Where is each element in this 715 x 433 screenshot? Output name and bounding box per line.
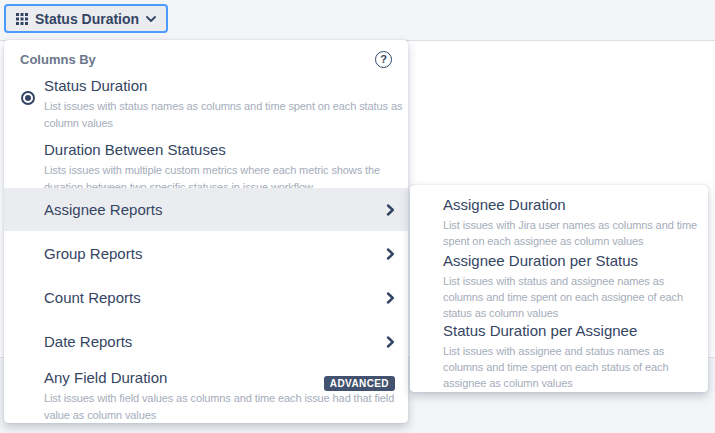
submenu-option-title: Status Duration per Assignee bbox=[443, 321, 705, 341]
submenu-option-title: Assignee Duration bbox=[443, 195, 705, 215]
trigger-button-label: Status Duration bbox=[35, 11, 139, 27]
chevron-right-icon bbox=[386, 292, 394, 304]
grid-icon bbox=[16, 13, 28, 25]
chevron-down-icon bbox=[146, 16, 156, 22]
menu-option-any-field-duration[interactable]: Any Field Duration ADVANCED List issues … bbox=[4, 368, 408, 424]
help-icon[interactable]: ? bbox=[375, 51, 392, 68]
group-label: Group Reports bbox=[44, 245, 142, 262]
chevron-right-icon bbox=[386, 248, 394, 260]
columns-by-menu: Columns By ? Status Duration List issues… bbox=[4, 40, 408, 423]
submenu-option-assignee-duration-per-status[interactable]: Assignee Duration per Status List issues… bbox=[443, 251, 705, 321]
menu-group-count-reports[interactable]: Count Reports bbox=[4, 276, 408, 319]
submenu-option-assignee-duration[interactable]: Assignee Duration List issues with Jira … bbox=[443, 195, 705, 249]
advanced-badge: ADVANCED bbox=[324, 376, 395, 391]
chevron-right-icon bbox=[386, 204, 394, 216]
group-label: Date Reports bbox=[44, 333, 132, 350]
menu-group-group-reports[interactable]: Group Reports bbox=[4, 232, 408, 275]
chevron-right-icon bbox=[386, 336, 394, 348]
submenu-option-description: List issues with Jira user names as colu… bbox=[443, 217, 701, 249]
menu-group-assignee-reports[interactable]: Assignee Reports bbox=[4, 188, 408, 231]
submenu-option-title: Assignee Duration per Status bbox=[443, 251, 705, 271]
menu-group-date-reports[interactable]: Date Reports bbox=[4, 320, 408, 363]
menu-option-status-duration[interactable]: Status Duration List issues with status … bbox=[4, 76, 408, 132]
group-label: Assignee Reports bbox=[44, 201, 162, 218]
option-title: Status Duration bbox=[44, 76, 408, 96]
submenu-option-description: List issues with assignee and status nam… bbox=[443, 343, 701, 391]
submenu-option-description: List issues with status and assignee nam… bbox=[443, 273, 701, 321]
group-label: Count Reports bbox=[44, 289, 141, 306]
option-description: List issues with status names as columns… bbox=[44, 98, 404, 132]
option-description: List issues with field values as columns… bbox=[44, 390, 404, 424]
submenu-option-status-duration-per-assignee[interactable]: Status Duration per Assignee List issues… bbox=[443, 321, 705, 391]
report-type-trigger-button[interactable]: Status Duration bbox=[4, 4, 168, 33]
menu-header: Columns By ? bbox=[20, 50, 392, 68]
option-title: Duration Between Statuses bbox=[44, 140, 408, 160]
menu-title: Columns By bbox=[20, 52, 96, 67]
radio-selected-icon[interactable] bbox=[21, 91, 35, 105]
assignee-reports-submenu: Assignee Duration List issues with Jira … bbox=[410, 185, 708, 392]
